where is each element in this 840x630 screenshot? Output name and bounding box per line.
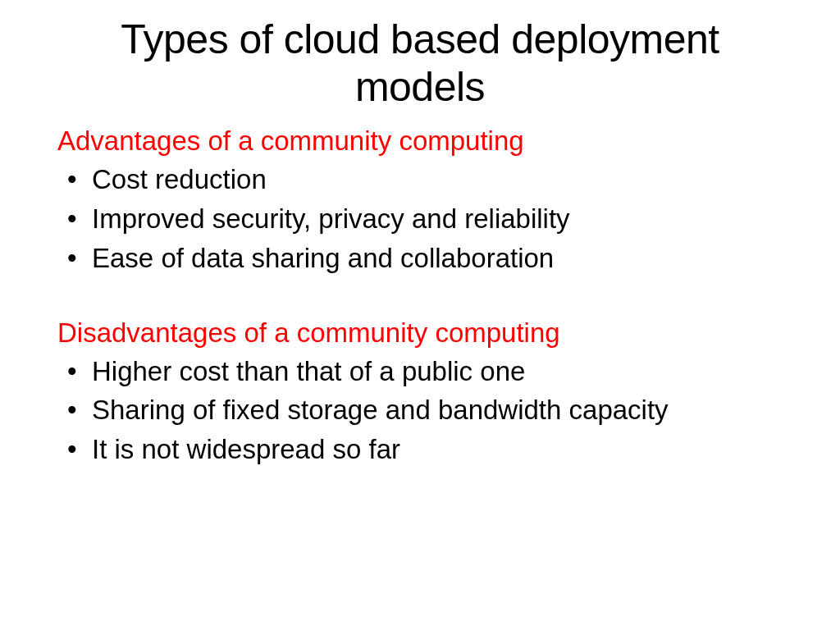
- slide-title: Types of cloud based deployment models: [57, 16, 783, 111]
- list-item: Ease of data sharing and collaboration: [57, 239, 783, 278]
- slide-container: Types of cloud based deployment models A…: [0, 0, 840, 630]
- list-item: It is not widespread so far: [57, 430, 783, 469]
- list-item: Improved security, privacy and reliabili…: [57, 199, 783, 239]
- disadvantages-heading: Disadvantages of a community computing: [57, 317, 783, 349]
- list-item: Cost reduction: [57, 160, 783, 199]
- advantages-heading: Advantages of a community computing: [57, 126, 783, 157]
- list-item: Sharing of fixed storage and bandwidth c…: [57, 390, 783, 430]
- list-item: Higher cost than that of a public one: [57, 352, 783, 391]
- advantages-list: Cost reduction Improved security, privac…: [57, 160, 783, 278]
- disadvantages-list: Higher cost than that of a public one Sh…: [57, 352, 783, 470]
